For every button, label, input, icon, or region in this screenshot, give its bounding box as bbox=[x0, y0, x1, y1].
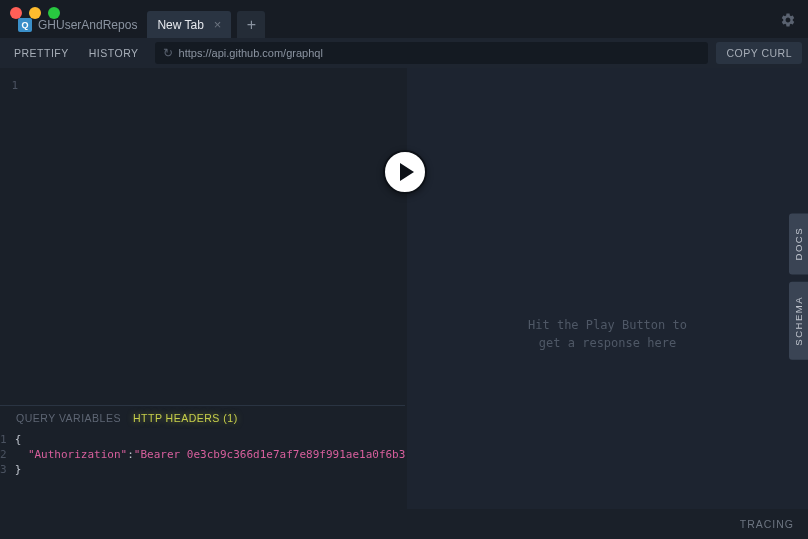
brace-close: } bbox=[15, 463, 22, 476]
brace-open: { bbox=[15, 433, 22, 446]
play-icon bbox=[400, 163, 414, 181]
tab-bar: Q GHUserAndRepos New Tab × + bbox=[8, 0, 265, 38]
line-number: 2 bbox=[0, 447, 7, 462]
bottom-tab-bar: QUERY VARIABLES HTTP HEADERS (1) bbox=[0, 406, 405, 428]
line-number: 1 bbox=[0, 78, 18, 94]
response-pane: Hit the Play Button to get a response he… bbox=[407, 68, 808, 509]
play-button[interactable] bbox=[383, 150, 427, 194]
query-badge-icon: Q bbox=[18, 18, 32, 32]
settings-icon[interactable] bbox=[780, 12, 796, 32]
docs-tab[interactable]: DOCS bbox=[789, 213, 808, 274]
toolbar: PRETTIFY HISTORY ↻ COPY CURL bbox=[0, 38, 808, 68]
code-text[interactable] bbox=[26, 68, 405, 405]
headers-editor[interactable]: 1 2 3 { "Authorization":"Bearer 0e3cb9c3… bbox=[0, 428, 405, 509]
line-gutter: 1 bbox=[0, 68, 26, 405]
copy-curl-button[interactable]: COPY CURL bbox=[716, 42, 802, 64]
titlebar: Q GHUserAndRepos New Tab × + bbox=[0, 0, 808, 38]
headers-gutter: 1 2 3 bbox=[0, 432, 15, 509]
line-number: 1 bbox=[0, 432, 7, 447]
maximize-window-button[interactable] bbox=[48, 7, 60, 19]
prettify-button[interactable]: PRETTIFY bbox=[6, 42, 77, 64]
history-button[interactable]: HISTORY bbox=[81, 42, 147, 64]
header-value: "Bearer 0e3cb9c366d1e7af7e89f991ae1a0f6b… bbox=[134, 448, 405, 461]
endpoint-bar: ↻ bbox=[155, 42, 709, 64]
reload-icon[interactable]: ↻ bbox=[163, 46, 173, 60]
main-area: 1 QUERY VARIABLES HTTP HEADERS (1) 1 2 3… bbox=[0, 68, 808, 509]
colon: : bbox=[127, 448, 134, 461]
footer: TRACING bbox=[0, 509, 808, 539]
tracing-button[interactable]: TRACING bbox=[740, 518, 794, 530]
query-editor[interactable]: 1 bbox=[0, 68, 405, 405]
headers-code[interactable]: { "Authorization":"Bearer 0e3cb9c366d1e7… bbox=[15, 432, 405, 509]
minimize-window-button[interactable] bbox=[29, 7, 41, 19]
variables-panel: QUERY VARIABLES HTTP HEADERS (1) 1 2 3 {… bbox=[0, 405, 405, 509]
header-key: "Authorization" bbox=[28, 448, 127, 461]
tab-query-variables[interactable]: QUERY VARIABLES bbox=[16, 412, 121, 424]
tab-label: New Tab bbox=[157, 18, 203, 32]
schema-tab[interactable]: SCHEMA bbox=[789, 282, 808, 360]
endpoint-input[interactable] bbox=[179, 47, 701, 59]
tab-new-tab[interactable]: New Tab × bbox=[147, 11, 231, 38]
placeholder-line: Hit the Play Button to bbox=[528, 316, 687, 334]
response-placeholder: Hit the Play Button to get a response he… bbox=[528, 316, 687, 352]
tab-http-headers[interactable]: HTTP HEADERS (1) bbox=[133, 412, 238, 424]
query-pane: 1 QUERY VARIABLES HTTP HEADERS (1) 1 2 3… bbox=[0, 68, 405, 509]
close-window-button[interactable] bbox=[10, 7, 22, 19]
tab-label: GHUserAndRepos bbox=[38, 18, 137, 32]
placeholder-line: get a response here bbox=[528, 334, 687, 352]
add-tab-button[interactable]: + bbox=[237, 11, 265, 38]
line-number: 3 bbox=[0, 462, 7, 477]
window-controls bbox=[10, 7, 60, 19]
close-tab-icon[interactable]: × bbox=[214, 17, 222, 32]
side-tabs: DOCS SCHEMA bbox=[789, 213, 808, 360]
